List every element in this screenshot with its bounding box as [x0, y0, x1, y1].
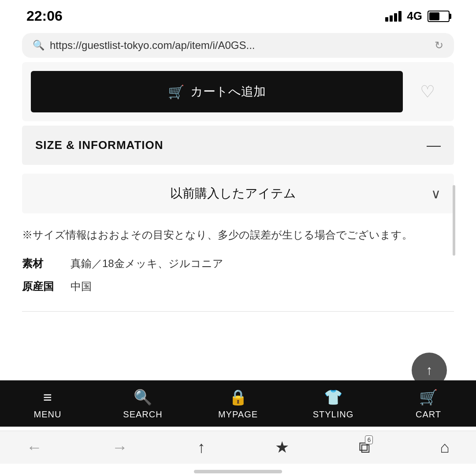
status-icons: 4G [385, 9, 450, 23]
signal-bars-icon [385, 11, 402, 22]
nav-search-label: SEARCH [123, 409, 162, 420]
ios-back-button[interactable]: ← [26, 438, 42, 457]
origin-value: 中国 [71, 279, 92, 294]
notes-text: ※サイズ情報はおおよその目安となり、多少の誤差が生じる場合でございます。 [22, 229, 413, 241]
battery-icon [428, 11, 450, 22]
nav-item-cart[interactable]: 🛒 CART [381, 388, 476, 420]
menu-icon: ≡ [43, 389, 52, 406]
battery-fill [429, 12, 439, 20]
material-label: 素材 [22, 257, 57, 271]
prev-purchased-section[interactable]: 以前購入したアイテム ∨ [22, 174, 454, 213]
heart-icon: ♡ [420, 82, 435, 101]
status-time: 22:06 [26, 8, 63, 24]
ios-browser-bar: ← → ↑ ★ ⧉ 6 ⌂ [0, 431, 476, 464]
nav-item-search[interactable]: 🔍 SEARCH [95, 388, 190, 420]
wishlist-button[interactable]: ♡ [410, 74, 445, 109]
ios-home-button[interactable]: ⌂ [440, 438, 450, 457]
back-to-top-icon: ↑ [426, 363, 433, 378]
origin-label: 原産国 [22, 279, 57, 294]
browser-address-bar[interactable]: 🔍 https://guestlist-tokyo.com/ap/item/i/… [22, 33, 454, 58]
shirt-icon: 👕 [324, 388, 342, 406]
add-to-cart-button[interactable]: 🛒 カートへ追加 [31, 71, 403, 112]
nav-item-mypage[interactable]: 🔒 MYPAGE [190, 388, 286, 420]
browser-search-icon: 🔍 [33, 40, 45, 51]
cart-icon: 🛒 [168, 84, 184, 100]
collapse-icon: — [427, 137, 441, 153]
nav-menu-label: MENU [34, 409, 62, 420]
bottom-navigation: ≡ MENU 🔍 SEARCH 🔒 MYPAGE 👕 STYLING 🛒 CAR… [0, 380, 476, 427]
nav-mypage-label: MYPAGE [218, 409, 258, 420]
status-bar: 22:06 4G [0, 0, 476, 29]
scroll-indicator [453, 185, 455, 256]
ios-bookmark-button[interactable]: ★ [275, 438, 289, 457]
chevron-down-icon: ∨ [431, 186, 441, 201]
ios-share-button[interactable]: ↑ [197, 438, 205, 457]
bottom-divider [22, 311, 454, 312]
ios-tab-count: 6 [365, 435, 373, 444]
origin-row: 原産国 中国 [22, 279, 454, 294]
notes-area: ※サイズ情報はおおよその目安となり、多少の誤差が生じる場合でございます。 [22, 227, 454, 243]
nav-item-menu[interactable]: ≡ MENU [0, 389, 95, 420]
network-label: 4G [407, 9, 422, 23]
ios-tabs-button[interactable]: ⧉ 6 [359, 438, 370, 457]
nav-styling-label: STYLING [313, 409, 354, 420]
material-info: 素材 真鍮／18金メッキ、ジルコニア 原産国 中国 [22, 257, 454, 294]
prev-purchased-title: 以前購入したアイテム [35, 185, 431, 202]
material-value: 真鍮／18金メッキ、ジルコニア [71, 257, 223, 271]
search-icon: 🔍 [134, 388, 152, 406]
size-info-title: SIZE & INFORMATION [35, 138, 164, 152]
browser-bar-inner: 🔍 https://guestlist-tokyo.com/ap/item/i/… [33, 39, 435, 52]
add-to-cart-area: 🛒 カートへ追加 ♡ [22, 62, 454, 121]
add-to-cart-label: カートへ追加 [190, 83, 266, 100]
browser-url-text: https://guestlist-tokyo.com/ap/item/i/A0… [50, 39, 435, 52]
reload-icon[interactable]: ↻ [435, 39, 443, 52]
size-info-accordion[interactable]: SIZE & INFORMATION — [22, 126, 454, 165]
material-row: 素材 真鍮／18金メッキ、ジルコニア [22, 257, 454, 271]
home-indicator [194, 470, 282, 473]
nav-cart-label: CART [416, 409, 441, 420]
cart-nav-icon: 🛒 [419, 388, 438, 406]
ios-forward-button[interactable]: → [112, 438, 128, 457]
lock-icon: 🔒 [229, 388, 247, 406]
nav-item-styling[interactable]: 👕 STYLING [286, 388, 381, 420]
